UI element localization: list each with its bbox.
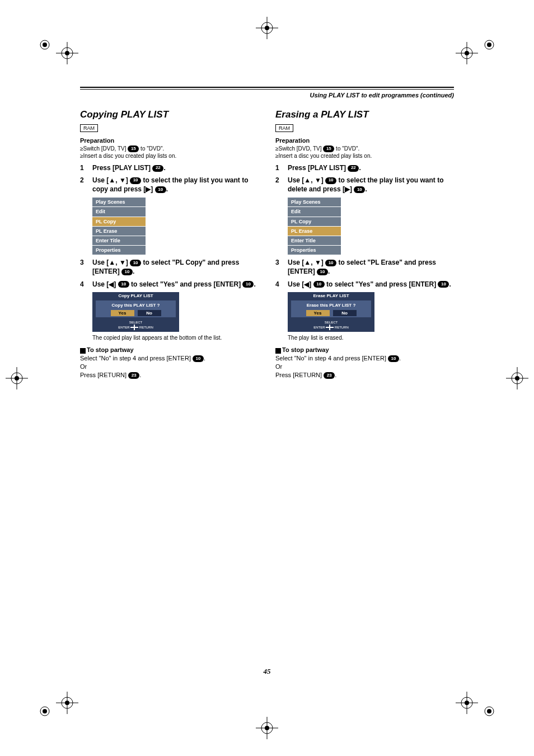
ref-badge: 10	[242, 281, 254, 288]
svg-point-5	[65, 51, 69, 55]
ref-badge: 22	[152, 165, 163, 172]
dialog-footer: SELECT ENTER RETURN	[288, 321, 374, 332]
ref-badge: 10	[118, 281, 129, 288]
step-4: 4 Use [◀] 10 to select "Yes" and press […	[80, 280, 259, 289]
ref-badge: 10	[325, 177, 336, 184]
svg-point-1	[43, 43, 47, 47]
svg-point-35	[15, 376, 19, 381]
dialog-erase: Erase PLAY LIST Erase this PLAY LIST ? Y…	[288, 292, 374, 332]
step-1: 1 Press [PLAY LIST] 22.	[80, 163, 259, 172]
dialog-footer: SELECT ENTER RETURN	[92, 321, 179, 332]
ref-badge: 10	[121, 269, 133, 275]
dpad-icon	[326, 325, 334, 330]
crop-mark-icon	[39, 39, 78, 78]
preparation-label: Preparation	[275, 137, 454, 145]
header-rule	[80, 89, 454, 90]
prep-line: ≥Insert a disc you created play lists on…	[275, 152, 454, 160]
dialog-title: Copy PLAY LIST	[92, 292, 179, 300]
dialog-no-button: No	[138, 310, 161, 316]
svg-point-13	[43, 709, 47, 713]
prep-line: ≥Insert a disc you created play lists on…	[80, 152, 259, 160]
ref-badge: 23	[128, 372, 139, 379]
dpad-icon	[130, 325, 138, 330]
svg-point-31	[265, 726, 269, 730]
header-rule	[80, 87, 454, 88]
menu-item: Properties	[288, 246, 341, 255]
menu-item-selected: PL Erase	[288, 226, 341, 236]
ref-badge: 10	[354, 186, 365, 193]
svg-point-19	[487, 709, 491, 713]
crop-mark-icon	[6, 367, 28, 389]
stop-line: Select "No" in step 4 and press [ENTER] …	[275, 354, 454, 363]
svg-point-23	[465, 701, 469, 705]
ref-badge: 10	[130, 260, 141, 266]
step-3: 3 Use [▲, ▼] 10 to select "PL Erase" and…	[275, 258, 454, 276]
ref-badge: 10	[130, 177, 141, 184]
crop-mark-icon	[256, 717, 278, 739]
prep-line: ≥Switch [DVD, TV] 15 to "DVD".	[80, 145, 259, 153]
step-2: 2 Use [▲, ▼] 10 to select the play list …	[275, 176, 454, 194]
preparation-label: Preparation	[80, 137, 259, 145]
square-bullet-icon	[80, 348, 86, 354]
ref-badge: 10	[317, 269, 328, 275]
svg-point-11	[465, 51, 469, 55]
crop-mark-icon	[39, 678, 78, 717]
menu-item: Edit	[92, 207, 146, 217]
running-head: Using PLAY LIST to edit programmes (cont…	[80, 92, 454, 98]
ref-badge: 10	[438, 281, 449, 288]
prep-line: ≥Switch [DVD, TV] 15 to "DVD".	[275, 145, 454, 153]
menu-item: PL Copy	[288, 217, 341, 226]
or-label: Or	[80, 363, 259, 371]
stop-heading: To stop partway	[275, 346, 454, 354]
dialog-question: Copy this PLAY LIST ?	[96, 303, 176, 309]
menu-item: Edit	[288, 207, 341, 217]
dialog-yes-button: Yes	[111, 310, 134, 316]
or-label: Or	[275, 363, 454, 371]
return-line: Press [RETURN] 23.	[80, 371, 259, 379]
crop-mark-icon	[506, 367, 528, 389]
ref-badge: 22	[348, 165, 359, 172]
svg-point-7	[487, 43, 491, 47]
section-title: Copying PLAY LIST	[80, 109, 259, 121]
dialog-yes-button: Yes	[306, 310, 330, 316]
menu-item: Play Scenes	[288, 198, 341, 207]
menu-item: Enter Title	[92, 236, 146, 245]
dialog-no-button: No	[333, 310, 357, 316]
step-1: 1 Press [PLAY LIST] 22.	[275, 163, 454, 172]
ram-badge: RAM	[275, 124, 293, 132]
svg-point-17	[65, 701, 69, 705]
col-erasing: Erasing a PLAY LIST RAM Preparation ≥Swi…	[275, 109, 454, 379]
crop-mark-icon	[256, 17, 278, 39]
square-bullet-icon	[275, 348, 281, 354]
menu-box: Play Scenes Edit PL Copy PL Erase Enter …	[288, 197, 341, 255]
ref-badge: 15	[128, 145, 139, 152]
return-line: Press [RETURN] 23.	[275, 371, 454, 379]
step-4: 4 Use [◀] 10 to select "Yes" and press […	[275, 280, 454, 289]
dialog-copy: Copy PLAY LIST Copy this PLAY LIST ? Yes…	[92, 292, 179, 332]
result-text: The copied play list appears at the bott…	[92, 334, 259, 342]
ref-badge: 10	[313, 281, 325, 288]
ref-badge: 10	[325, 260, 336, 266]
col-copying: Copying PLAY LIST RAM Preparation ≥Switc…	[80, 109, 259, 379]
svg-point-39	[515, 376, 519, 381]
ref-badge: 10	[155, 186, 166, 193]
menu-item: Properties	[92, 246, 146, 255]
page-number: 45	[80, 667, 454, 676]
dialog-title: Erase PLAY LIST	[288, 292, 374, 300]
step-2: 2 Use [▲, ▼] 10 to select the play list …	[80, 176, 259, 194]
ref-badge: 10	[388, 355, 399, 362]
crop-mark-icon	[456, 678, 495, 717]
section-title: Erasing a PLAY LIST	[275, 109, 454, 121]
ref-badge: 15	[323, 145, 334, 152]
menu-item-selected: PL Copy	[92, 217, 146, 226]
stop-line: Select "No" in step 4 and press [ENTER] …	[80, 354, 259, 363]
menu-item: PL Erase	[92, 226, 146, 236]
ref-badge: 10	[193, 355, 204, 362]
step-3: 3 Use [▲, ▼] 10 to select "PL Copy" and …	[80, 258, 259, 276]
menu-box: Play Scenes Edit PL Copy PL Erase Enter …	[92, 197, 146, 255]
stop-heading: To stop partway	[80, 346, 259, 354]
ref-badge: 23	[324, 372, 335, 379]
dialog-question: Erase this PLAY LIST ?	[291, 303, 371, 309]
menu-item: Play Scenes	[92, 198, 146, 207]
ram-badge: RAM	[80, 124, 98, 132]
